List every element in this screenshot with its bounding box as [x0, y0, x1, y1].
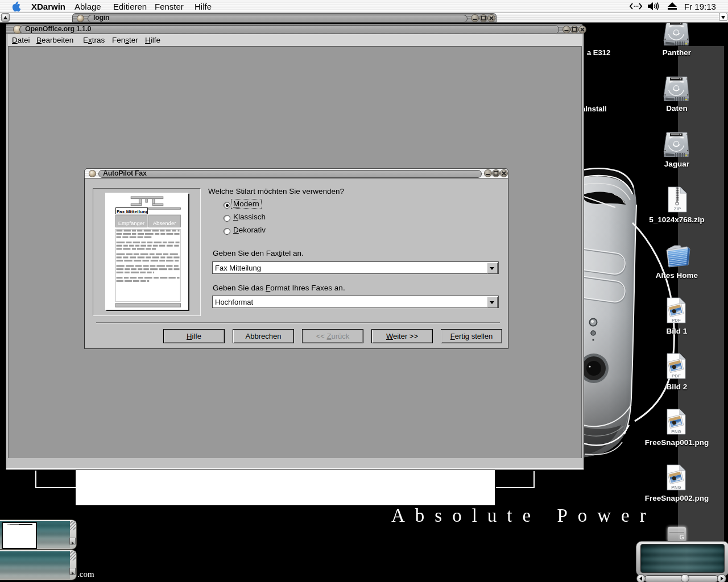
- svg-text:Empfänger: Empfänger: [118, 220, 144, 226]
- svg-text:PDF: PDF: [672, 373, 681, 379]
- svg-text:PNG: PNG: [671, 485, 681, 490]
- svg-text:PDF: PDF: [672, 318, 681, 323]
- svg-text:PNG: PNG: [671, 429, 681, 434]
- svg-text:Absender: Absender: [153, 220, 176, 226]
- svg-text:ZIP: ZIP: [674, 206, 681, 211]
